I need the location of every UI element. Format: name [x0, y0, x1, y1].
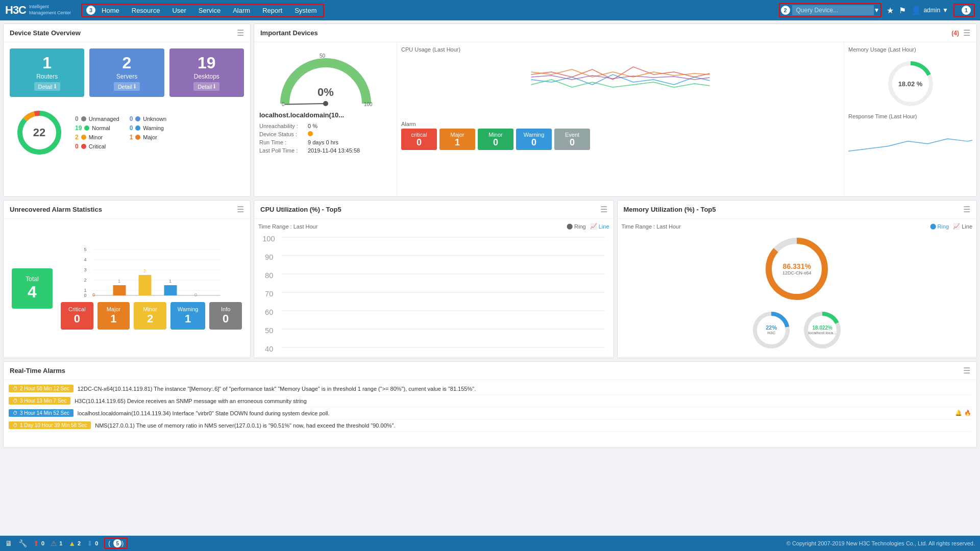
alarm-badges: critical 0 Major 1 Minor 0 Warning [401, 129, 840, 150]
donut-chart: 22 [14, 107, 65, 158]
alarm-event[interactable]: Event 0 [554, 129, 590, 150]
cpu-chart-wrapper: 100 90 80 70 60 50 40 30 20 10 0 [258, 232, 609, 358]
svg-text:80: 80 [265, 271, 273, 280]
normal-dot [84, 126, 89, 131]
cpu-util-menu-icon[interactable]: ☰ [600, 205, 607, 214]
important-devices-content: 0 50 100 0% localhost.localdomain(10... … [254, 42, 976, 196]
unreachability-row: Unreachability : 0 % [259, 122, 391, 130]
legend-normal: 19 Normal [75, 124, 119, 132]
nav-service[interactable]: Service [197, 6, 223, 15]
alarm-count-badges: Critical 0 Major 1 Minor 2 Warning 1 [61, 302, 242, 330]
nav-user[interactable]: User [170, 6, 188, 15]
alarm-row-3: ⏱ 3 Hour 14 Min 52 Sec localhost.localdo… [9, 407, 971, 419]
desktops-card[interactable]: 19 Desktops Detailℹ [169, 48, 244, 97]
realtime-alarms-menu-icon[interactable]: ☰ [963, 366, 970, 375]
minor-count-badge[interactable]: Minor 2 [134, 302, 166, 330]
alarm-time-2: ⏱ 3 Hour 13 Min 7 Sec [9, 397, 70, 405]
star-icon[interactable]: ★ [887, 6, 894, 15]
small-ring-1-container: 22% H3C [751, 310, 792, 350]
nav-system[interactable]: System [292, 6, 318, 15]
critical-count-badge[interactable]: Critical 0 [61, 302, 93, 330]
nav-report[interactable]: Report [260, 6, 284, 15]
bookmark-icon[interactable]: ⚑ [899, 6, 906, 15]
alarm-critical[interactable]: critical 0 [401, 129, 437, 150]
alarm-row-4: ⏱ 1 Day 10 Hour 39 Min 58 Sec NMS(127.0.… [9, 419, 971, 432]
svg-text:2: 2 [143, 268, 146, 273]
search-container: 2 ▼ [779, 3, 882, 17]
status-badge-container: ( 5 ) [104, 538, 128, 549]
search-dropdown-icon[interactable]: ▼ [874, 7, 880, 14]
nav-home[interactable]: Home [100, 6, 121, 15]
clock-icon-3: ⏱ [13, 410, 18, 416]
svg-text:0: 0 [92, 292, 95, 297]
important-devices-menu-icon[interactable]: ☰ [963, 28, 970, 38]
important-devices-panel: Important Devices (4) ☰ 0 50 1 [254, 23, 977, 197]
nav-badge: 3 [86, 6, 95, 15]
cpu-util-content: Time Range : Last Hour ⬤Ring 📈Line 100 9… [254, 219, 614, 358]
alarm-minor[interactable]: Minor 0 [478, 129, 513, 150]
svg-text:5: 5 [84, 247, 87, 252]
svg-text:3: 3 [84, 267, 87, 272]
cpu-line-chart: 100 90 80 70 60 50 40 30 20 10 0 [258, 232, 609, 358]
cpu-ring-btn[interactable]: ⬤Ring [567, 223, 586, 230]
status-major: ⚠ 1 [51, 539, 62, 547]
header-right: 2 ▼ ★ ⚑ 👤 admin ▼ 1 [779, 3, 975, 17]
memory-util-content: Time Range : Last Hour ⬤Ring 📈Line [618, 219, 977, 358]
username-label: admin [923, 7, 940, 14]
response-time-chart [848, 121, 972, 157]
alarm-stats-title: Unrecovered Alarm Statistics [10, 206, 102, 213]
alarm-major[interactable]: Major 1 [439, 129, 475, 150]
legend-unmanaged: 0 Unmanaged [75, 115, 119, 122]
small-ring-2-container: 18.022% localhost.loca... [802, 310, 843, 350]
servers-detail[interactable]: Detailℹ [114, 82, 140, 91]
routers-label: Routers [15, 73, 79, 80]
major-count-badge[interactable]: Major 1 [97, 302, 130, 330]
alarm-stat-content: Total 4 5 4 3 2 1 0 [4, 219, 250, 358]
servers-card[interactable]: 2 Servers Detailℹ [89, 48, 164, 97]
gauge-section: 0 50 100 0% localhost.localdomain(10... … [254, 42, 397, 196]
total-label: Total [22, 276, 42, 283]
nav-container: 3 Home Resource User Service Alarm Repor… [81, 4, 324, 17]
info-count-badge[interactable]: Info 0 [209, 302, 242, 330]
last-poll-row: Last Poll Time : 2019-11-04 13:45:58 [259, 146, 391, 155]
svg-rect-28 [164, 285, 177, 295]
desktops-detail[interactable]: Detailℹ [193, 82, 219, 91]
device-state-menu-icon[interactable]: ☰ [237, 28, 244, 38]
svg-rect-24 [113, 285, 126, 295]
memory-response-section: Memory Usage (Last Hour) 18.02 % [844, 42, 976, 196]
alarm-stats-header: Unrecovered Alarm Statistics ☰ [4, 201, 250, 219]
cpu-view-toggle: ⬤Ring 📈Line [567, 223, 609, 230]
svg-rect-26 [139, 275, 152, 295]
svg-line-8 [285, 104, 326, 104]
svg-text:0: 0 [84, 293, 87, 298]
alarm-time-1: ⏱ 2 Hour 58 Min 12 Sec [9, 385, 74, 392]
important-badge[interactable]: (4) [951, 30, 959, 37]
status-left: 🖥 🔧 ⬆ 0 ⚠ 1 ▲ 2 ⬇ 0 ( 5 ) [5, 538, 128, 549]
alarm-warning[interactable]: Warning 0 [516, 129, 552, 150]
last-poll-val: 2019-11-04 13:45:58 [308, 147, 360, 154]
user-area[interactable]: 👤 admin ▼ [911, 6, 948, 15]
status-critical: ⬆ 0 [33, 539, 44, 547]
major-status-icon: ⚠ [51, 539, 57, 547]
device-info: localhost.localdomain(10... Unreachabili… [259, 111, 391, 155]
status-warning: ⬇ 0 [87, 539, 98, 547]
memory-line-btn[interactable]: 📈Line [953, 223, 972, 230]
nav-resource[interactable]: Resource [130, 6, 162, 15]
memory-ring-btn[interactable]: ⬤Ring [930, 223, 949, 230]
unmanaged-label: Unmanaged [89, 116, 119, 122]
alarm-stats-menu-icon[interactable]: ☰ [237, 205, 244, 214]
donut-total: 22 [33, 126, 45, 139]
nav-alarm[interactable]: Alarm [231, 6, 252, 15]
major-label: Major [143, 134, 157, 140]
svg-text:1: 1 [118, 279, 120, 284]
routers-card[interactable]: 1 Routers Detailℹ [10, 48, 84, 97]
cpu-usage-title: CPU Usage (Last Hour) [401, 46, 840, 53]
search-input[interactable] [792, 5, 874, 15]
routers-detail[interactable]: Detailℹ [34, 82, 60, 91]
user-avatar-icon: 👤 [911, 6, 921, 15]
svg-text:60: 60 [265, 308, 273, 316]
cpu-line-btn[interactable]: 📈Line [590, 223, 609, 230]
memory-util-menu-icon[interactable]: ☰ [963, 205, 970, 214]
svg-point-9 [323, 101, 328, 106]
warning-count-badge[interactable]: Warning 1 [170, 302, 206, 330]
